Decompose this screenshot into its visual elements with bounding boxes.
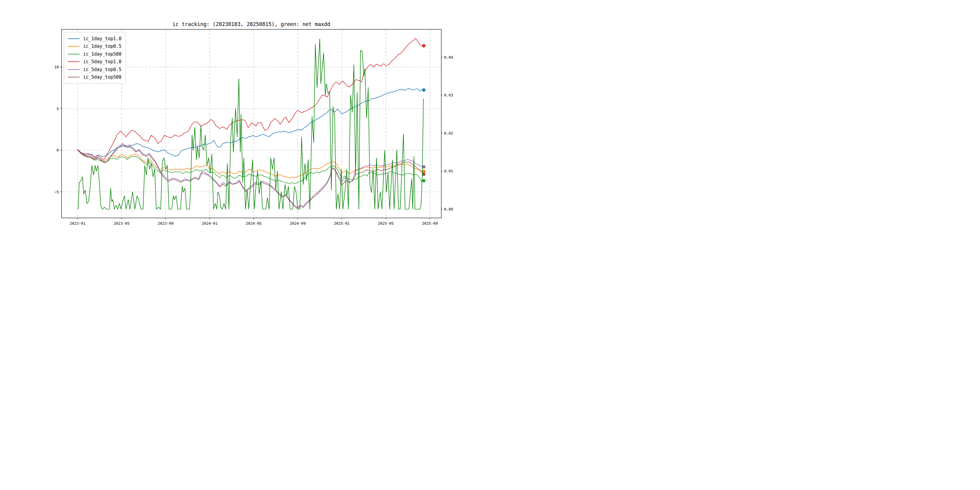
y-right-tick-label: 0.01 xyxy=(444,169,453,173)
x-tick-label: 2024-09 xyxy=(290,221,306,226)
legend-label: ic_1day_top0.5 xyxy=(83,43,121,49)
legend-item-ic_1day_top0.5: ic_1day_top0.5 xyxy=(68,43,121,51)
x-tick-label: 2025-01 xyxy=(334,221,350,226)
series-line-ic_1day_top1.0 xyxy=(78,89,424,158)
legend-swatch-ic_5day_top0.5 xyxy=(68,69,80,70)
x-tick-label: 2023-01 xyxy=(70,221,86,226)
series-end-dot-ic_5day_top0.5 xyxy=(422,165,426,169)
legend-swatch-ic_1day_top1.0 xyxy=(68,38,80,39)
legend-item-ic_5day_top500: ic_5day_top500 xyxy=(68,73,121,81)
y-right-tick-label: 0.03 xyxy=(444,93,453,97)
x-tick-label: 2023-09 xyxy=(158,221,173,226)
series-end-dot-ic_1day_top1.0 xyxy=(422,88,426,92)
y-left-tick-label: −5 xyxy=(54,190,59,194)
x-tick-label: 2024-05 xyxy=(246,221,262,226)
legend-item-ic_5day_top0.5: ic_5day_top0.5 xyxy=(68,66,121,73)
legend-item-ic_5day_top1.0: ic_5day_top1.0 xyxy=(68,58,121,66)
series-end-dot-ic_5day_top1.0 xyxy=(422,44,426,48)
legend-label: ic_5day_top0.5 xyxy=(83,67,121,72)
legend-label: ic_5day_top1.0 xyxy=(83,59,121,64)
x-tick-label: 2025-05 xyxy=(378,221,394,226)
legend-label: ic_1day_top1.0 xyxy=(83,36,121,41)
legend-swatch-ic_1day_top0.5 xyxy=(68,46,80,46)
y-right-tick-label: 0.04 xyxy=(444,55,453,60)
legend-swatch-ic_1day_top500 xyxy=(68,54,80,54)
series-line-ic_5day_top500 xyxy=(78,145,424,209)
legend: ic_1day_top1.0ic_1day_top0.5ic_1day_top5… xyxy=(64,32,126,84)
series-line-ic_1day_top0.5 xyxy=(78,150,424,178)
x-tick-label: 2023-05 xyxy=(114,221,130,226)
legend-swatch-ic_5day_top500 xyxy=(68,77,80,78)
series-end-dot-ic_1day_top500 xyxy=(422,179,426,182)
legend-swatch-ic_5day_top1.0 xyxy=(68,61,80,62)
x-tick-label: 2025-09 xyxy=(422,221,438,226)
y-left-tick-label: 5 xyxy=(57,107,59,111)
series-end-dot-ic_5day_top500 xyxy=(422,173,426,176)
y-left-tick-label: 10 xyxy=(54,65,59,69)
series-line-ic_1day_top500 xyxy=(78,150,424,184)
figure: ic tracking: (20230103, 20250815), green… xyxy=(0,0,490,245)
legend-label: ic_1day_top500 xyxy=(83,51,121,57)
x-tick-label: 2024-01 xyxy=(202,221,218,226)
y-left-tick-label: 0 xyxy=(57,148,59,153)
legend-item-ic_1day_top500: ic_1day_top500 xyxy=(68,50,121,58)
legend-item-ic_1day_top1.0: ic_1day_top1.0 xyxy=(68,35,121,43)
legend-label: ic_5day_top500 xyxy=(83,75,121,80)
series-line-ic_5day_top0.5 xyxy=(78,144,424,208)
y-right-tick-label: 0.02 xyxy=(444,131,453,135)
y-right-tick-label: 0.00 xyxy=(444,207,453,212)
